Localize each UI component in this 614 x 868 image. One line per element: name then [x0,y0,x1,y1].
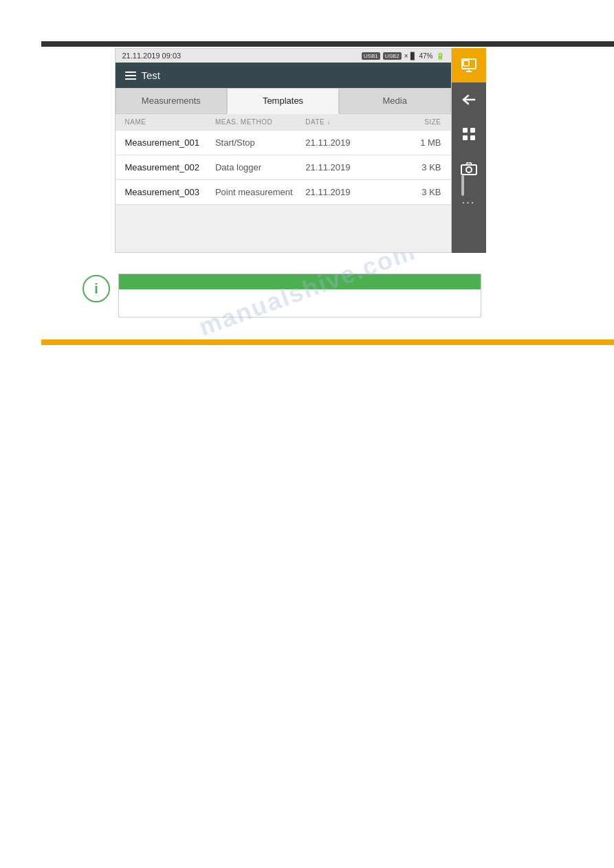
info-icon: i [83,275,110,302]
usb2-icon: USB2 [383,52,402,60]
hamburger-line2 [125,75,136,76]
svg-rect-6 [463,135,468,140]
table-row[interactable]: Measurement_002 Data logger 21.11.2019 3… [116,155,451,179]
sidebar-icons: ··· [452,48,486,253]
svg-rect-4 [463,128,468,133]
row2-date: 21.11.2019 [305,162,395,173]
back-button[interactable] [452,82,486,117]
battery-icon: 🔋 [436,52,444,60]
camera-button[interactable] [452,151,486,186]
status-bar-right: USB1 USB2 × ▊ 47% 🔋 [362,52,444,60]
row1-date: 21.11.2019 [305,137,395,148]
info-box-header [119,274,481,289]
signal-icon: ▊ [410,52,416,60]
app-title: Test [142,69,161,81]
svg-rect-7 [470,135,475,140]
row2-name: Measurement_002 [125,162,215,173]
info-box-body [119,289,481,317]
col-header-size: SIZE [396,118,441,126]
page-wrapper: manualshive.com 21.11.2019 09:03 USB1 US… [0,0,614,345]
cast-button[interactable] [452,48,486,82]
scrollbar-indicator [461,175,464,196]
row2-method: Data logger [215,162,305,173]
col-header-name: NAME [125,118,215,126]
row1-size: 1 MB [396,137,441,148]
x-icon: × [404,52,408,60]
usb1-icon: USB1 [362,52,380,60]
device-container: 21.11.2019 09:03 USB1 USB2 × ▊ 47% 🔋 [115,48,500,253]
row3-size: 3 KB [396,187,441,197]
row1-method: Start/Stop [215,137,305,148]
hamburger-line3 [125,78,136,80]
device-screen: 21.11.2019 09:03 USB1 USB2 × ▊ 47% 🔋 [115,48,452,253]
table-container: NAME MEAS. METHOD DATE ↓ SIZE Measuremen… [116,114,451,252]
tab-templates[interactable]: Templates [227,88,339,114]
col-header-method: MEAS. METHOD [215,118,305,126]
status-bar: 21.11.2019 09:03 USB1 USB2 × ▊ 47% 🔋 [116,49,451,63]
row2-size: 3 KB [396,162,441,173]
tabs-container: Measurements Templates Media [116,88,451,114]
svg-rect-1 [463,60,469,66]
hamburger-line1 [125,71,136,73]
info-letter: i [94,281,98,297]
info-box [118,274,481,318]
row3-name: Measurement_003 [125,187,215,197]
row3-date: 21.11.2019 [305,187,395,197]
bottom-bar [41,340,614,345]
hamburger-button[interactable] [125,71,136,80]
row1-name: Measurement_001 [125,137,215,148]
table-row[interactable]: Measurement_001 Start/Stop 21.11.2019 1 … [116,130,451,155]
status-bar-left: 21.11.2019 09:03 [122,52,182,60]
info-box-container: i [83,274,481,318]
more-button[interactable]: ··· [452,186,486,220]
tab-measurements[interactable]: Measurements [116,88,228,114]
table-header: NAME MEAS. METHOD DATE ↓ SIZE [116,114,451,130]
svg-point-9 [466,167,472,173]
svg-rect-5 [470,128,475,133]
more-dots-icon: ··· [462,197,475,209]
col-header-date: DATE ↓ [305,118,395,126]
grid-button[interactable] [452,117,486,151]
datetime-label: 21.11.2019 09:03 [122,52,182,60]
tab-media[interactable]: Media [339,88,451,114]
row3-method: Point measurement [215,187,305,197]
app-header: Test [116,63,451,88]
battery-label: 47% [419,52,432,60]
table-row[interactable]: Measurement_003 Point measurement 21.11.… [116,179,451,204]
table-empty-area [116,204,451,252]
top-bar [41,41,614,47]
